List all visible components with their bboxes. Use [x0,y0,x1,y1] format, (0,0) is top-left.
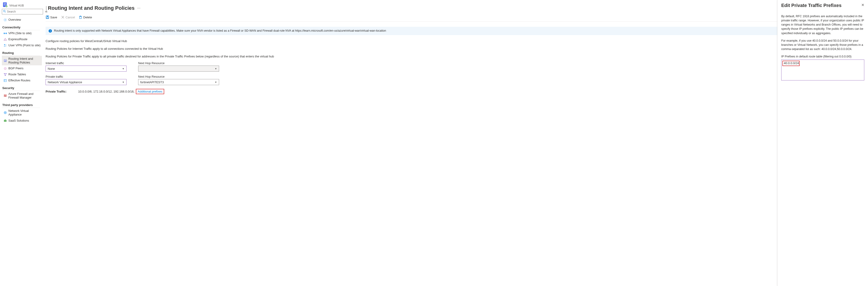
svg-rect-23 [4,80,6,82]
nexthop1-select: ▼ [138,66,219,72]
desc-2: Routing Policies for Internet Traffic ap… [45,47,777,51]
private-traffic-select[interactable]: Network Virtual Appliance ▼ [45,79,126,85]
saas-icon [3,119,7,123]
additional-prefixes-link[interactable]: Additional prefixes [138,90,162,93]
search-icon [3,10,6,13]
info-icon [49,29,52,33]
info-banner: Routing intent is only supported with Ne… [45,27,777,35]
svg-rect-1 [4,3,6,3]
svg-rect-44 [50,31,51,32]
svg-line-7 [5,12,6,12]
search-input-wrap[interactable] [2,9,43,14]
svg-rect-17 [4,61,5,61]
more-icon[interactable]: ⋯ [137,6,141,10]
uservpn-icon [3,43,7,47]
svg-rect-16 [4,60,6,60]
sidebar-item-uservpn[interactable]: User VPN (Point to site) [2,42,42,49]
delete-button[interactable]: Delete [79,15,92,19]
sidebar-item-azure-firewall[interactable]: Azure Firewall and Firewall Manager [2,91,42,100]
svg-point-13 [4,44,5,45]
sidebar-item-label: BGP Peers [8,66,40,70]
additional-prefixes-highlight: Additional prefixes [136,89,164,94]
private-traffic-prefixes: 10.0.0.0/8, 172.16.0.0/12, 192.168.0.0/1… [78,90,136,93]
cancel-label: Cancel [66,15,75,19]
sidebar-item-nva[interactable]: Network Virtual Appliance [2,108,42,118]
save-icon [45,15,49,19]
chevron-down-icon: ▼ [122,81,124,84]
sidebar-item-vpn-s2s[interactable]: VPN (Site to site) [2,30,42,36]
private-traffic-static-label: Private Traffic: [45,90,78,93]
toolbar: Save Cancel Delete [45,15,777,19]
sidebar-item-label: Route Tables [8,72,40,76]
svg-rect-3 [4,5,5,5]
title-bar: | Routing Intent and Routing Policies ⋯ [45,0,777,11]
sidebar-item-routing-intent[interactable]: Routing Intent and Routing Policies [2,56,42,65]
sidebar-item-label: VPN (Site to site) [8,31,40,35]
svg-rect-35 [47,18,49,19]
save-button[interactable]: Save [45,15,57,19]
section-security: Security [2,85,40,91]
svg-rect-32 [4,120,6,122]
panel-paragraph-2: For example, if you use 40.0.0.0/24 and … [781,39,864,51]
chevron-down-icon: ▼ [122,67,124,70]
overview-icon [3,18,7,22]
sidebar-item-expressroute[interactable]: ExpressRoute [2,36,42,42]
vpn-icon [3,31,7,35]
svg-rect-12 [5,33,6,33]
svg-point-9 [5,19,6,20]
routing-intent-icon [3,59,7,63]
pipe-divider: | [45,5,47,11]
sidebar-item-saas[interactable]: SaaS Solutions [2,118,42,124]
internet-traffic-value: None [48,67,55,70]
sidebar-item-label: Network Virtual Appliance [8,109,40,116]
expressroute-icon [3,37,7,41]
nexthop2-select[interactable]: fortinetAPITEST3 ▼ [138,79,219,85]
svg-rect-34 [47,16,48,17]
svg-rect-38 [80,17,82,19]
nexthop2-label: Next Hop Resource [138,75,219,78]
panel-paragraph-1: By default, RFC 1918 prefixes are automa… [781,14,864,35]
section-third-party: Third party providers [2,101,40,108]
private-traffic-label: Private traffic [45,75,126,78]
nexthop2-value: fortinetAPITEST3 [140,81,164,84]
hub-icon [2,2,8,7]
desc-1: Configure routing policies for WestCentr… [45,39,777,43]
sidebar-item-overview[interactable]: Overview [2,17,42,23]
route-tables-icon [3,72,7,76]
hub-name: Virtual HUB [9,4,24,7]
svg-rect-2 [4,4,6,4]
cancel-icon [61,15,65,19]
close-icon[interactable]: ✕ [861,3,864,7]
sidebar-item-bgp[interactable]: BGP Peers [2,65,42,71]
delete-icon [79,15,82,19]
sidebar-item-route-tables[interactable]: Route Tables [2,71,42,77]
sidebar-item-label: User VPN (Point to site) [8,43,40,47]
section-connectivity: Connectivity [2,24,40,30]
svg-rect-11 [6,33,7,34]
prefix-value-highlight: 40.0.0.0/24 [782,61,800,66]
main-content: | Routing Intent and Routing Policies ⋯ … [42,0,777,286]
save-label: Save [50,15,57,19]
info-text: Routing intent is only supported with Ne… [54,29,386,32]
prefixes-input-label: IP Prefixes in default route table (filt… [781,55,864,59]
search-input[interactable] [7,10,42,13]
svg-rect-10 [3,33,5,34]
desc-3: Routing Policies for Private Traffic app… [45,55,777,58]
svg-point-19 [5,68,6,69]
internet-traffic-select[interactable]: None ▼ [45,66,126,72]
svg-point-14 [5,44,6,45]
page-title: Routing Intent and Routing Policies [48,5,135,11]
sidebar-item-label: Routing Intent and Routing Policies [8,57,40,64]
svg-point-45 [50,30,51,30]
sidebar: Virtual HUB ≪ Overview Connectivity VPN … [0,0,42,286]
nexthop1-label: Next Hop Resource [138,61,219,65]
bgp-icon [3,66,7,70]
panel-title: Edit Private Traffic Prefixes [781,3,841,8]
sidebar-item-effective-routes[interactable]: Effective Routes [2,77,42,84]
sidebar-item-label: Overview [8,18,40,22]
prefixes-textarea[interactable]: 40.0.0.0/24 [781,60,864,81]
sidebar-item-label: ExpressRoute [8,37,40,41]
cancel-button: Cancel [61,15,75,19]
nva-icon [3,111,7,115]
effective-routes-icon [3,78,7,82]
